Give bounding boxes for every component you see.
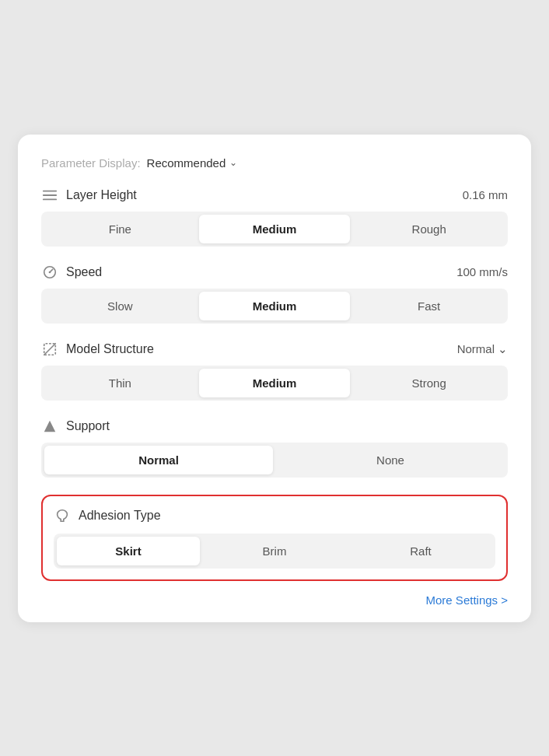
model-structure-title-group: Model Structure [41, 341, 154, 358]
param-display-dropdown[interactable]: Recommended ⌄ [147, 156, 238, 170]
chevron-down-icon: ⌄ [229, 157, 237, 168]
adhesion-section: Adhesion Type Skirt Brim Raft [41, 495, 508, 581]
svg-marker-8 [44, 420, 56, 432]
model-structure-header: Model Structure Normal ⌄ [41, 341, 508, 358]
speed-header: Speed 100 mm/s [41, 264, 508, 281]
support-title: Support [66, 419, 110, 433]
support-title-group: Support [41, 418, 110, 435]
speed-medium-btn[interactable]: Medium [199, 292, 351, 320]
model-structure-section: Model Structure Normal ⌄ Thin Medium Str… [41, 341, 508, 401]
adhesion-title-group: Adhesion Type [54, 507, 161, 524]
support-header: Support [41, 418, 508, 435]
speed-slow-btn[interactable]: Slow [44, 292, 196, 320]
model-structure-medium-btn[interactable]: Medium [199, 369, 351, 397]
layer-height-medium-btn[interactable]: Medium [199, 215, 351, 243]
layer-height-fine-btn[interactable]: Fine [44, 215, 196, 243]
model-structure-icon [41, 341, 58, 358]
more-settings-row: More Settings > [41, 593, 508, 607]
adhesion-raft-btn[interactable]: Raft [349, 537, 492, 565]
settings-card: Parameter Display: Recommended ⌄ Layer H… [18, 135, 531, 622]
speed-section: Speed 100 mm/s Slow Medium Fast [41, 264, 508, 324]
layer-height-section: Layer Height 0.16 mm Fine Medium Rough [41, 187, 508, 247]
support-normal-btn[interactable]: Normal [44, 446, 273, 474]
param-display-label: Parameter Display: [41, 156, 141, 170]
support-icon [41, 418, 58, 435]
support-none-btn[interactable]: None [276, 446, 505, 474]
speed-btn-group: Slow Medium Fast [41, 289, 508, 324]
layer-height-rough-btn[interactable]: Rough [353, 215, 505, 243]
model-structure-dropdown-value: Normal [457, 342, 495, 355]
speed-value: 100 mm/s [456, 265, 508, 278]
adhesion-icon [54, 507, 71, 524]
adhesion-skirt-btn[interactable]: Skirt [57, 537, 200, 565]
model-structure-title: Model Structure [66, 342, 154, 356]
more-settings-link[interactable]: More Settings > [426, 593, 508, 607]
layer-height-value: 0.16 mm [463, 188, 508, 201]
svg-line-7 [44, 343, 56, 355]
support-section: Support Normal None [41, 418, 508, 478]
layer-height-btn-group: Fine Medium Rough [41, 212, 508, 247]
model-structure-btn-group: Thin Medium Strong [41, 366, 508, 401]
model-structure-chevron-icon: ⌄ [498, 342, 508, 356]
support-btn-group: Normal None [41, 443, 508, 478]
adhesion-brim-btn[interactable]: Brim [203, 537, 346, 565]
model-structure-dropdown[interactable]: Normal ⌄ [457, 342, 508, 356]
layer-height-title: Layer Height [66, 188, 137, 202]
speed-fast-btn[interactable]: Fast [353, 292, 505, 320]
layer-height-icon [41, 187, 58, 204]
layer-height-title-group: Layer Height [41, 187, 137, 204]
model-structure-strong-btn[interactable]: Strong [353, 369, 505, 397]
adhesion-title: Adhesion Type [79, 509, 161, 523]
adhesion-btn-group: Skirt Brim Raft [54, 534, 495, 569]
speed-title: Speed [66, 265, 102, 279]
speed-icon [41, 264, 58, 281]
layer-height-header: Layer Height 0.16 mm [41, 187, 508, 204]
param-display-value-text: Recommended [147, 156, 226, 170]
adhesion-header: Adhesion Type [54, 507, 495, 524]
model-structure-thin-btn[interactable]: Thin [44, 369, 196, 397]
param-display-row: Parameter Display: Recommended ⌄ [41, 156, 508, 170]
speed-title-group: Speed [41, 264, 102, 281]
svg-point-5 [49, 271, 51, 273]
